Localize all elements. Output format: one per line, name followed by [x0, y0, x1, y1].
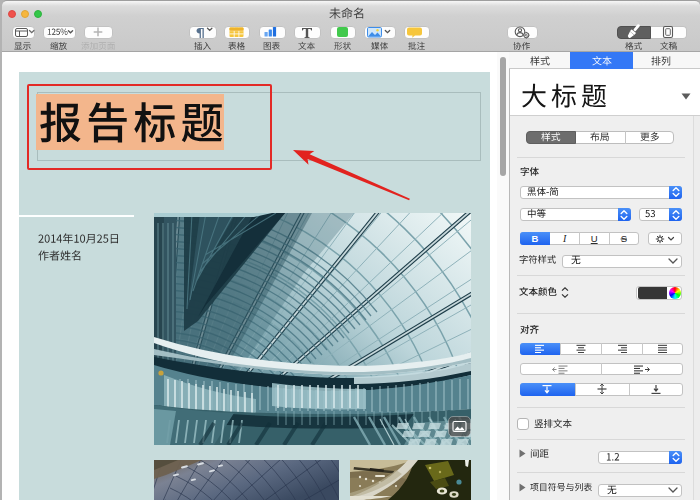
- svg-text:U: U: [591, 233, 598, 244]
- svg-text:S: S: [621, 233, 627, 244]
- svg-text:B: B: [532, 233, 539, 244]
- svg-text:I: I: [562, 233, 567, 244]
